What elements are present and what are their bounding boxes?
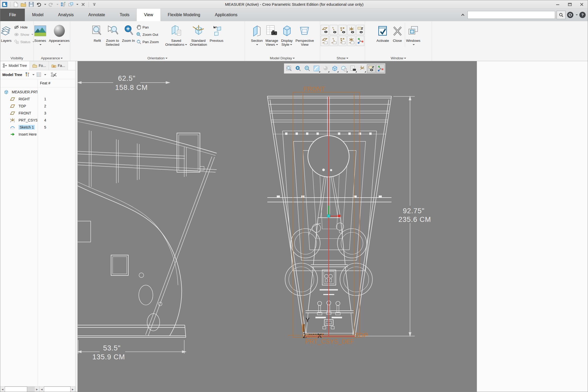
scroll-right-icon[interactable]: ▶ [71,387,75,392]
scrollbar-thumb[interactable] [5,387,27,392]
appearances-button[interactable]: Appearances [48,23,71,47]
csys-display-toggle[interactable] [347,25,355,35]
scenes-button[interactable]: Scenes [33,23,47,47]
standard-orientation-button[interactable]: Standard Orientation [189,23,208,47]
axis-display-toggle[interactable] [330,25,338,35]
previous-button[interactable]: Previous [209,23,224,43]
tree-filter-icon[interactable] [51,72,57,77]
tree-tools-dropdown[interactable] [32,74,34,75]
regenerate-icon[interactable] [60,2,66,7]
search-button[interactable] [557,11,566,19]
tab-model[interactable]: Model [25,9,51,21]
maximize-button[interactable] [565,1,575,8]
scrollbar-track[interactable] [27,387,35,392]
zoom-to-selected-button[interactable]: Zoom to Selected [105,23,120,47]
new-file-icon[interactable] [13,2,19,7]
pan-zoom-button[interactable]: Pan Zoom [136,39,164,45]
feat-number: 5 [39,125,51,129]
zoom-out-button[interactable]: Zoom Out [136,32,164,37]
tree-item-right-plane[interactable]: RIGHT 1 [0,95,75,102]
tree-item-part[interactable]: MEASUER.PRT [0,88,75,95]
open-icon[interactable] [21,2,26,7]
redo-dropdown[interactable] [56,4,59,5]
axis-tag-toggle[interactable] [330,36,338,46]
undo-dropdown[interactable] [44,4,46,5]
saved-orientations-button[interactable]: Saved Orientations [164,23,188,47]
manage-views-button[interactable]: Manage Views [264,23,279,47]
help-icon[interactable]: ? [579,12,586,18]
empty-client-area [477,61,588,392]
layers-icon [0,24,12,38]
status-button[interactable]: Status [14,39,34,45]
minimize-button[interactable] [553,1,563,8]
point-display-toggle[interactable] [338,25,347,35]
spin-center-toggle[interactable] [356,36,364,46]
activate-button[interactable]: Activate [376,23,390,43]
sync-icon[interactable] [567,12,573,18]
tab-analysis[interactable]: Analysis [51,9,81,21]
tree-list-dropdown[interactable] [44,74,46,75]
appearance-group-label: Appearance [34,56,70,60]
zoom-in-button[interactable]: Zoom In [121,23,136,43]
scrollbar-thumb[interactable] [44,387,71,392]
save-icon[interactable] [28,2,34,7]
tab-applications[interactable]: Applications [207,9,245,21]
tree-scrollbar-right[interactable]: ◀ ▶ [39,387,75,392]
tree-item-csys[interactable]: yxz PRT_CSYS_DEF 4 [0,117,75,124]
scroll-left-icon[interactable]: ◀ [39,387,44,392]
tab-folder-browser[interactable]: Fo... [30,61,49,70]
csys-tag-toggle[interactable] [347,36,355,46]
command-search-input[interactable] [468,11,555,19]
tree-list-icon[interactable] [37,72,41,77]
scroll-left-icon[interactable]: ◀ [0,387,5,392]
section-button[interactable]: Section [250,23,264,47]
dim-top-inches: 62.5" [118,74,135,82]
tree-tools-icon[interactable] [25,72,30,77]
close-window-icon [392,24,403,38]
app-icon[interactable] [2,2,8,7]
panel-sash[interactable] [76,61,78,392]
close-window-icon[interactable] [80,2,86,7]
tree-item-insert-here[interactable]: Insert Here [0,131,75,138]
plane-tag-toggle[interactable] [321,36,329,46]
point-tag-toggle[interactable] [338,36,347,46]
plane-display-toggle[interactable] [321,25,329,35]
cad-drawing[interactable]: 62.5" 158.8 CM 92.75" 235.6 CM 53.5" 135… [78,61,477,392]
graphics-area[interactable]: x [78,61,477,392]
tree-item-top-plane[interactable]: TOP 2 [0,102,75,109]
refit-button[interactable]: Refit [90,23,104,43]
close-window-button[interactable]: Close [391,23,404,43]
tab-flexible-modeling[interactable]: Flexible Modeling [160,9,208,21]
tab-view[interactable]: View [137,9,160,21]
datum-tags[interactable]: FRONT RIGHT TOP PRT_CSYS_DEF [303,85,368,345]
layers-button[interactable]: Layers [0,23,13,43]
customize-icon[interactable] [91,2,97,7]
tree-item-front-plane[interactable]: FRONT 3 [0,109,75,117]
hide-button[interactable]: Hide [14,24,34,30]
window-switch-icon[interactable] [68,2,74,7]
redo-icon[interactable] [48,2,54,7]
tab-tools[interactable]: Tools [112,9,137,21]
undo-icon[interactable] [36,2,42,7]
tree-scrollbar-left[interactable]: ◀ ▶ [0,387,39,392]
group-model-display: Section Manage Views Display Style Persp… [245,21,320,61]
close-button[interactable] [577,1,587,8]
tab-model-tree[interactable]: Model Tree [0,61,30,70]
tree-item-sketch[interactable]: Sketch 1 5 [0,124,75,131]
scroll-right-icon[interactable]: ▶ [35,387,39,392]
display-style-button[interactable]: Display Style [280,23,294,47]
collapse-ribbon-icon[interactable] [460,12,466,18]
pan-button[interactable]: Pan [136,24,164,30]
sketch-entities[interactable] [327,206,340,217]
tab-file[interactable]: File [0,9,25,21]
feat-column-label: Feat # [40,81,50,85]
annotation-display-toggle[interactable] [356,25,364,35]
sync-dropdown[interactable] [576,14,578,15]
refit-label: Refit [94,39,101,43]
tab-favorites[interactable]: Fa... [49,61,68,70]
windows-button[interactable]: Windows [405,23,422,47]
show-button[interactable]: Show [14,32,34,37]
tab-annotate[interactable]: Annotate [81,9,112,21]
perspective-view-button[interactable]: Perspective View [295,23,315,47]
window-switch-dropdown[interactable] [76,4,78,5]
